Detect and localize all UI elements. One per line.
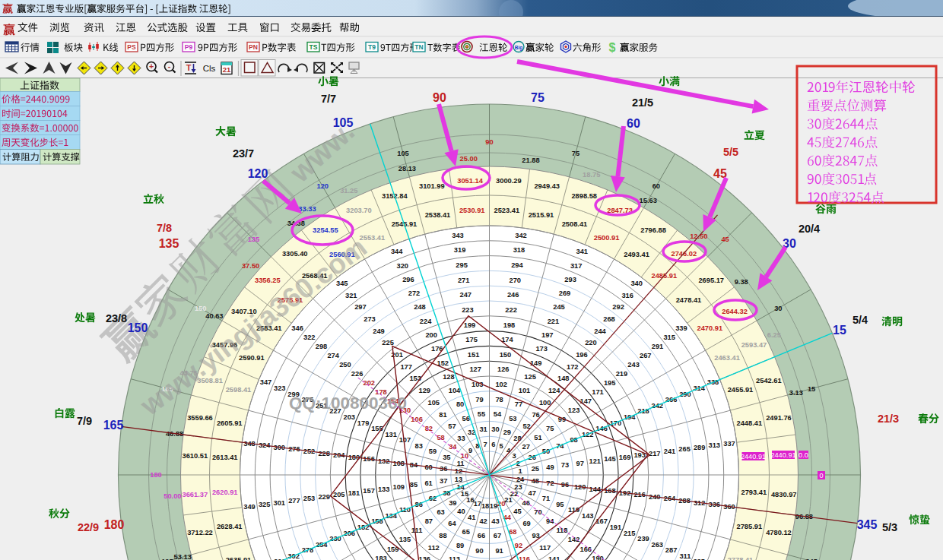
svg-text:15.63: 15.63	[640, 197, 657, 204]
svg-text:TS: TS	[310, 43, 318, 51]
svg-text:15: 15	[808, 385, 815, 393]
svg-text:58: 58	[437, 434, 444, 441]
svg-text:229: 229	[318, 493, 330, 501]
svg-text:2508.41: 2508.41	[562, 220, 588, 228]
svg-text:248: 248	[414, 303, 426, 311]
svg-text:7: 7	[484, 441, 487, 448]
svg-text:321: 321	[345, 292, 357, 299]
svg-text:3203.70: 3203.70	[346, 207, 372, 214]
svg-text:123: 123	[568, 407, 580, 414]
svg-text:56: 56	[462, 415, 470, 422]
svg-text:319: 319	[454, 246, 466, 254]
svg-text:11: 11	[457, 460, 465, 467]
svg-text:322: 322	[303, 334, 316, 341]
svg-text:159: 159	[387, 546, 399, 553]
svg-text:PN: PN	[249, 43, 258, 51]
svg-text:323: 323	[274, 384, 286, 392]
svg-text:66: 66	[478, 532, 485, 539]
svg-text:117: 117	[539, 544, 551, 552]
svg-text:101: 101	[519, 387, 531, 394]
svg-text:205: 205	[333, 491, 345, 498]
svg-text:90: 90	[485, 138, 493, 146]
svg-text:220: 220	[585, 339, 597, 346]
svg-text:2530.91: 2530.91	[459, 207, 485, 214]
svg-text:320: 320	[397, 262, 409, 270]
svg-text:21: 21	[223, 65, 231, 74]
svg-text:40: 40	[457, 508, 465, 515]
svg-text:127: 127	[469, 365, 481, 373]
svg-text:287: 287	[665, 546, 678, 554]
svg-text:2463.41: 2463.41	[714, 354, 740, 362]
svg-text:273: 273	[364, 315, 376, 323]
svg-text:147: 147	[580, 397, 592, 405]
svg-text:25.00: 25.00	[460, 155, 478, 163]
svg-text:3610.51: 3610.51	[182, 452, 208, 460]
svg-text:128: 128	[443, 373, 455, 381]
svg-text:3000.29: 3000.29	[496, 177, 522, 185]
svg-text:197: 197	[541, 331, 554, 339]
svg-text:239: 239	[637, 535, 649, 543]
svg-text:298: 298	[316, 343, 328, 350]
svg-text:155: 155	[371, 425, 383, 432]
svg-text:265: 265	[678, 445, 691, 453]
svg-text:2515.91: 2515.91	[529, 211, 554, 219]
svg-text:3101.99: 3101.99	[419, 182, 445, 190]
svg-text:15: 15	[833, 324, 846, 337]
svg-text:60: 60	[627, 117, 640, 130]
svg-text:2500.91: 2500.91	[594, 234, 620, 242]
svg-text:2778.41: 2778.41	[728, 556, 754, 560]
svg-text:263: 263	[652, 541, 664, 549]
svg-text:181: 181	[348, 489, 360, 497]
svg-text:177: 177	[400, 363, 412, 371]
svg-text:169: 169	[619, 454, 631, 461]
svg-text:2440.91: 2440.91	[770, 451, 795, 459]
svg-text:2542.61: 2542.61	[756, 377, 782, 384]
svg-text:2613.41: 2613.41	[212, 454, 238, 461]
svg-text:318: 318	[513, 246, 525, 254]
svg-text:13: 13	[455, 476, 462, 483]
svg-text:2440.91: 2440.91	[741, 453, 766, 460]
svg-text:46: 46	[522, 499, 530, 507]
svg-text:109: 109	[393, 483, 405, 491]
svg-text:88: 88	[439, 532, 446, 539]
svg-text:294: 294	[511, 261, 523, 269]
svg-text:245: 245	[553, 303, 565, 311]
svg-text:120: 120	[317, 182, 329, 190]
svg-text:295: 295	[456, 261, 468, 269]
svg-text:21/3: 21/3	[878, 413, 899, 425]
svg-text:2785.91: 2785.91	[736, 523, 762, 530]
svg-text:247: 247	[460, 291, 472, 299]
svg-text:317: 317	[570, 262, 583, 270]
svg-text:105: 105	[333, 116, 354, 129]
svg-text:120: 120	[248, 167, 268, 180]
svg-text:21.88: 21.88	[522, 157, 539, 164]
svg-text:243: 243	[627, 361, 640, 369]
svg-text:271: 271	[458, 277, 470, 284]
svg-text:149: 149	[530, 359, 542, 367]
svg-text:QQ:100800360: QQ:100800360	[289, 394, 407, 413]
svg-text:267: 267	[640, 352, 652, 359]
svg-text:325: 325	[259, 501, 271, 508]
svg-text:6.25: 6.25	[767, 331, 781, 339]
svg-text:3712.22: 3712.22	[187, 529, 213, 536]
svg-text:3559.66: 3559.66	[187, 414, 213, 422]
svg-text:274: 274	[327, 352, 339, 359]
svg-text:3.13: 3.13	[789, 389, 803, 397]
svg-text:339: 339	[675, 324, 687, 332]
svg-text:79: 79	[475, 396, 483, 403]
svg-text:268: 268	[603, 315, 615, 323]
svg-text:3356.25: 3356.25	[255, 277, 281, 284]
svg-text:126: 126	[497, 365, 510, 373]
svg-text:21/5: 21/5	[632, 96, 653, 109]
svg-text:180: 180	[104, 518, 125, 531]
svg-text:249: 249	[373, 327, 385, 335]
svg-text:343: 343	[452, 232, 464, 239]
svg-text:Big: Big	[515, 45, 523, 51]
svg-text:179: 179	[357, 419, 370, 427]
svg-text:73: 73	[561, 461, 569, 469]
svg-text:116: 116	[519, 555, 530, 560]
svg-text:29: 29	[503, 429, 511, 436]
svg-text:172: 172	[567, 363, 579, 371]
svg-text:269: 269	[559, 289, 571, 297]
svg-text:92: 92	[515, 542, 522, 549]
